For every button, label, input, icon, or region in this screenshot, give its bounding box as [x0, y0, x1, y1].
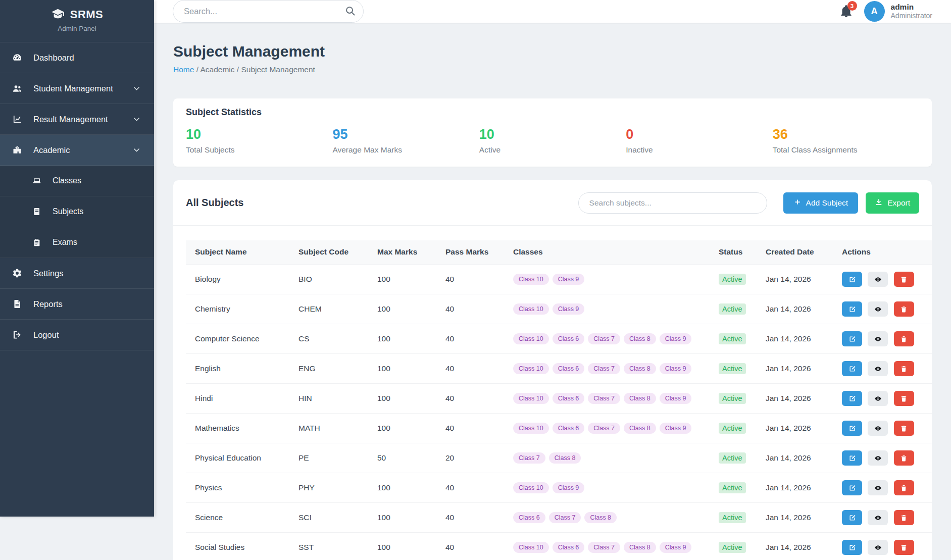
class-badge: Class 9	[660, 542, 692, 553]
classes-cell: Class 10Class 6Class 7Class 8Class 9	[507, 384, 713, 414]
pass-marks-cell: 40	[439, 324, 507, 354]
delete-button[interactable]	[894, 480, 914, 495]
notifications-button[interactable]: 3	[839, 5, 853, 18]
column-header-max-marks: Max Marks	[371, 240, 439, 265]
delete-button[interactable]	[894, 540, 914, 555]
breadcrumb-separator: /	[235, 65, 241, 74]
column-header-pass-marks: Pass Marks	[439, 240, 507, 265]
delete-button[interactable]	[894, 331, 914, 346]
delete-button[interactable]	[894, 391, 914, 406]
view-button[interactable]	[868, 361, 888, 376]
created-date-cell: Jan 14, 2026	[760, 443, 836, 473]
stat-label: Active	[479, 145, 626, 155]
view-button[interactable]	[868, 540, 888, 555]
edit-button[interactable]	[842, 301, 862, 317]
status-badge: Active	[719, 512, 746, 523]
class-badge: Class 7	[588, 542, 620, 553]
view-button[interactable]	[868, 510, 888, 525]
delete-button[interactable]	[894, 272, 914, 287]
status-cell: Active	[713, 473, 760, 503]
users-icon	[12, 83, 26, 93]
delete-button[interactable]	[894, 301, 914, 317]
view-button[interactable]	[868, 450, 888, 466]
sidebar-item-logout[interactable]: Logout	[0, 320, 154, 350]
edit-button[interactable]	[842, 331, 862, 346]
book-icon	[32, 207, 45, 216]
export-button[interactable]: Export	[866, 192, 919, 214]
laptop-icon	[32, 176, 45, 185]
sidebar-subitem-exams[interactable]: Exams	[0, 227, 154, 258]
trash-icon	[900, 276, 908, 283]
trash-icon	[900, 425, 908, 432]
search-input[interactable]	[173, 0, 364, 23]
subject-name-cell: Chemistry	[186, 294, 292, 324]
created-date-cell: Jan 14, 2026	[760, 503, 836, 533]
class-badge: Class 10	[513, 542, 549, 553]
pass-marks-cell: 40	[439, 354, 507, 384]
sidebar-subitem-subjects[interactable]: Subjects	[0, 196, 154, 227]
created-date-cell: Jan 14, 2026	[760, 533, 836, 560]
search-icon[interactable]	[344, 5, 356, 19]
sidebar-item-label: Dashboard	[33, 53, 74, 63]
status-cell: Active	[713, 354, 760, 384]
stat-value: 0	[626, 126, 772, 143]
sidebar-item-label: Settings	[33, 269, 64, 278]
edit-button[interactable]	[842, 480, 862, 495]
view-button[interactable]	[868, 272, 888, 287]
delete-button[interactable]	[894, 421, 914, 436]
sidebar-item-academic[interactable]: Academic	[0, 135, 154, 166]
edit-button[interactable]	[842, 361, 862, 376]
sidebar-item-dashboard[interactable]: Dashboard	[0, 42, 154, 73]
max-marks-cell: 100	[371, 324, 439, 354]
user-info: admin Administrator	[891, 2, 932, 21]
classes-cell: Class 10Class 9	[507, 265, 713, 294]
column-header-status: Status	[713, 240, 760, 265]
class-badge: Class 6	[553, 363, 585, 374]
edit-button[interactable]	[842, 272, 862, 287]
username: admin	[891, 2, 932, 12]
view-button[interactable]	[868, 331, 888, 346]
view-button[interactable]	[868, 391, 888, 406]
breadcrumb-home-link[interactable]: Home	[173, 65, 194, 74]
sidebar-item-result-management[interactable]: Result Management	[0, 104, 154, 135]
graduation-cap-icon	[51, 8, 65, 21]
delete-button[interactable]	[894, 450, 914, 466]
actions-cell	[836, 265, 932, 294]
edit-button[interactable]	[842, 510, 862, 525]
pass-marks-cell: 40	[439, 473, 507, 503]
view-button[interactable]	[868, 421, 888, 436]
status-cell: Active	[713, 294, 760, 324]
edit-button[interactable]	[842, 391, 862, 406]
class-badge: Class 9	[553, 303, 585, 315]
pass-marks-cell: 40	[439, 414, 507, 443]
delete-button[interactable]	[894, 510, 914, 525]
delete-button[interactable]	[894, 361, 914, 376]
subjects-search-input[interactable]	[578, 192, 767, 214]
trash-icon	[900, 335, 908, 343]
sidebar-item-label: Logout	[33, 330, 59, 340]
sidebar-subitem-classes[interactable]: Classes	[0, 166, 154, 196]
sidebar-item-reports[interactable]: Reports	[0, 289, 154, 320]
edit-icon	[848, 276, 856, 283]
class-badge: Class 10	[513, 393, 549, 404]
subject-code-cell: SCI	[292, 503, 371, 533]
column-header-subject-code: Subject Code	[292, 240, 371, 265]
sidebar-item-settings[interactable]: Settings	[0, 258, 154, 289]
avatar[interactable]: A	[864, 1, 885, 22]
add-subject-button[interactable]: Add Subject	[783, 192, 859, 214]
user-role: Administrator	[891, 12, 932, 21]
edit-icon	[848, 454, 856, 462]
sidebar-item-student-management[interactable]: Student Management	[0, 73, 154, 104]
view-button[interactable]	[868, 301, 888, 317]
class-badge: Class 9	[553, 274, 585, 285]
edit-button[interactable]	[842, 540, 862, 555]
eye-icon	[874, 365, 882, 373]
edit-button[interactable]	[842, 450, 862, 466]
view-button[interactable]	[868, 480, 888, 495]
edit-icon	[848, 484, 856, 492]
edit-button[interactable]	[842, 421, 862, 436]
class-badge: Class 7	[588, 333, 620, 344]
class-badge: Class 10	[513, 482, 549, 493]
stat-value: 36	[773, 126, 919, 143]
classes-cell: Class 6Class 7Class 8	[507, 503, 713, 533]
